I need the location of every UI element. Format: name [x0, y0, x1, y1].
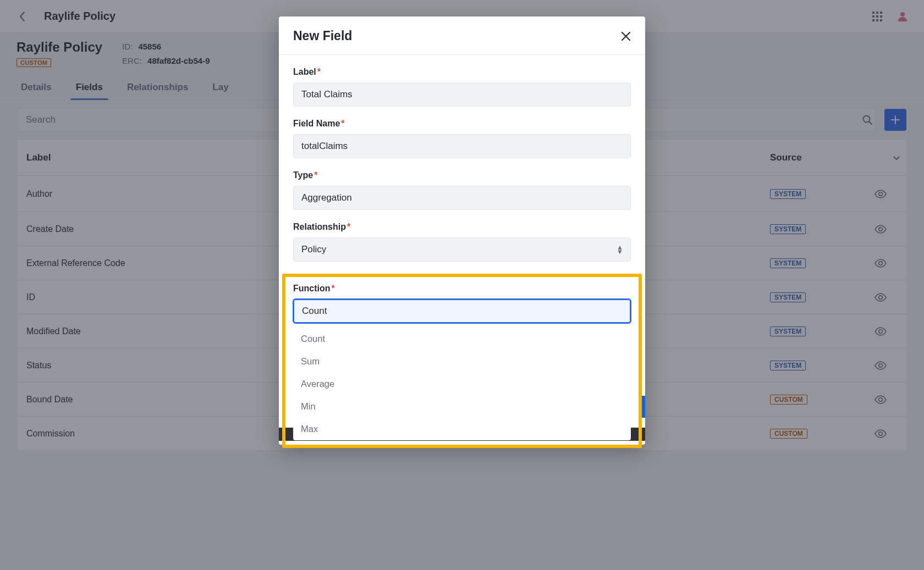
- select-caret-icon: ▲▼: [617, 245, 623, 254]
- new-field-modal: New Field Label* Field Name* Type* Relat…: [279, 16, 645, 445]
- modal-overlay[interactable]: New Field Label* Field Name* Type* Relat…: [0, 0, 924, 570]
- function-option[interactable]: Max: [293, 418, 631, 440]
- function-dropdown: CountSumAverageMinMax: [293, 328, 631, 440]
- modal-header: New Field: [279, 16, 645, 55]
- function-option[interactable]: Sum: [293, 350, 631, 373]
- relationship-select[interactable]: [293, 237, 631, 262]
- modal-body: Label* Field Name* Type* Relationship* ▲…: [279, 55, 645, 445]
- type-input[interactable]: [293, 186, 631, 210]
- function-select[interactable]: [293, 299, 631, 323]
- function-highlight: Function* CountSumAverageMinMax: [282, 274, 642, 448]
- fieldname-input[interactable]: [293, 134, 631, 158]
- modal-title: New Field: [293, 29, 352, 43]
- close-button[interactable]: [621, 31, 631, 41]
- function-option[interactable]: Count: [293, 328, 631, 350]
- function-label: Function*: [293, 284, 631, 294]
- function-option[interactable]: Average: [293, 373, 631, 395]
- function-option[interactable]: Min: [293, 395, 631, 418]
- label-input[interactable]: [293, 82, 631, 107]
- fieldname-label: Field Name*: [293, 119, 631, 129]
- relationship-label: Relationship*: [293, 222, 631, 232]
- close-icon: [621, 31, 631, 41]
- type-label: Type*: [293, 170, 631, 180]
- label-label: Label*: [293, 67, 631, 77]
